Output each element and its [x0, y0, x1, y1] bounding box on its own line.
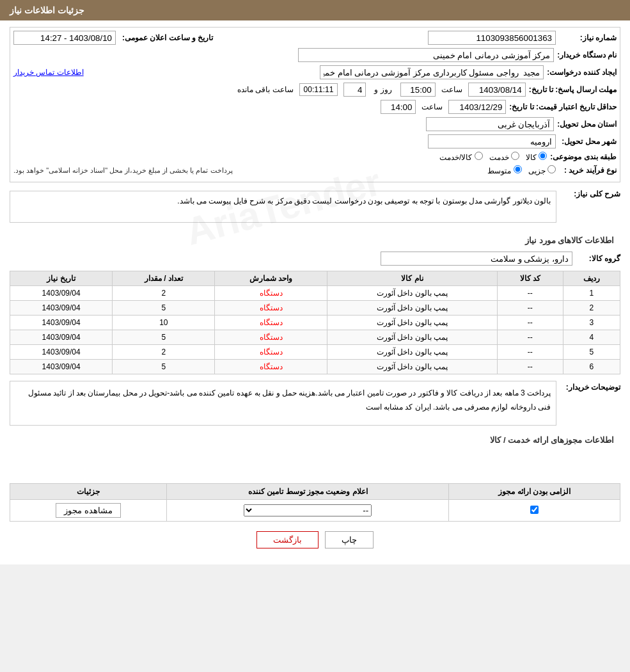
permits-status-select[interactable]: --: [244, 504, 372, 516]
cell-code: --: [498, 301, 563, 316]
need-number-input[interactable]: [428, 31, 556, 45]
page-title: جزئیات اطلاعات نیاز: [10, 5, 84, 15]
permits-table: الزامی بودن ارائه مجوز اعلام وضعیت مجوز …: [10, 483, 620, 522]
cell-row: 3: [563, 316, 620, 330]
cell-unit[interactable]: دستگاه: [215, 286, 327, 301]
col-code: کد کالا: [498, 271, 563, 286]
cell-qty: 2: [113, 286, 215, 301]
type-option-kala-khedmat[interactable]: کالا/خدمت: [439, 152, 483, 162]
creator-link[interactable]: اطلاعات تماس خریدار: [13, 68, 84, 77]
cell-row: 2: [563, 301, 620, 316]
table-row: 1 -- پمپ بالون داخل آئورت دستگاه 2 1403/…: [10, 286, 620, 301]
purchase-radio-group: جزیی متوسط: [487, 165, 556, 175]
row-goods-group: گروه کالا:: [10, 252, 620, 266]
cell-date: 1403/09/04: [10, 360, 113, 374]
col-unit: واحد شمارش: [215, 271, 327, 286]
send-deadline-label: مهلت ارسال پاسخ: تا تاریخ:: [529, 85, 617, 94]
type-label: طبقه بندی موضوعی:: [550, 152, 617, 161]
city-label: شهر محل تحویل:: [559, 137, 617, 146]
buyer-org-label: نام دستگاه خریدار:: [557, 51, 617, 60]
need-description-label: شرح کلی نیاز:: [556, 188, 620, 198]
send-deadline-days-label: روز و: [374, 85, 391, 94]
purchase-option-motavasset[interactable]: متوسط: [487, 165, 521, 175]
purchase-option-jozi[interactable]: جزیی: [528, 165, 556, 175]
page-wrapper: جزئیات اطلاعات نیاز شماره نیاز: تاریخ و …: [0, 0, 630, 564]
send-deadline-date[interactable]: [468, 83, 526, 97]
col-qty: تعداد / مقدار: [113, 271, 215, 286]
send-deadline-remaining: 00:11:11: [299, 83, 338, 96]
row-send-deadline: مهلت ارسال پاسخ: تا تاریخ: ساعت روز و 00…: [13, 83, 617, 97]
table-row: 4 -- پمپ بالون داخل آئورت دستگاه 5 1403/…: [10, 330, 620, 345]
supplier-desc-section: توضیحات خریدار: پرداخت 3 ماهه بعد از دری…: [10, 381, 620, 426]
col-row: ردیف: [563, 271, 620, 286]
permits-col-status: اعلام وضعیت مجوز توسط تامین کننده: [167, 484, 449, 500]
page-header: جزئیات اطلاعات نیاز: [0, 0, 630, 20]
cell-date: 1403/09/04: [10, 345, 113, 360]
view-permit-button[interactable]: مشاهده مجوز: [56, 503, 121, 518]
goods-group-label: گروه کالا:: [576, 254, 620, 263]
cell-unit[interactable]: دستگاه: [215, 360, 327, 374]
print-button[interactable]: چاپ: [325, 531, 374, 548]
row-need-number: شماره نیاز: تاریخ و ساعت اعلان عمومی:: [13, 31, 617, 45]
permits-required-checkbox[interactable]: [530, 506, 539, 514]
row-type: طبقه بندی موضوعی: کالا خدمت کالا/خدمت: [13, 152, 617, 162]
creator-input[interactable]: [320, 65, 544, 79]
city-input[interactable]: [428, 134, 556, 148]
cell-row: 5: [563, 345, 620, 360]
announcement-date-input[interactable]: [13, 31, 116, 45]
send-deadline-days[interactable]: [343, 83, 366, 97]
cell-name: پمپ بالون داخل آئورت: [327, 330, 497, 345]
send-deadline-time-label: ساعت: [441, 85, 462, 94]
cell-date: 1403/09/04: [10, 286, 113, 301]
permits-status-cell: --: [167, 500, 449, 522]
buyer-org-input[interactable]: [298, 48, 554, 62]
price-validity-label: حداقل تاریخ اعتبار قیمت: تا تاریخ:: [509, 102, 617, 111]
row-price-validity: حداقل تاریخ اعتبار قیمت: تا تاریخ: ساعت: [13, 100, 617, 114]
cell-name: پمپ بالون داخل آئورت: [327, 345, 497, 360]
cell-qty: 5: [113, 330, 215, 345]
cell-row: 1: [563, 286, 620, 301]
province-label: استان محل تحویل:: [557, 120, 617, 129]
back-button[interactable]: بازگشت: [256, 531, 319, 548]
cell-unit[interactable]: دستگاه: [215, 301, 327, 316]
permits-row: -- مشاهده مجوز: [10, 500, 620, 522]
price-validity-time-label: ساعت: [421, 102, 443, 111]
col-date: تاریخ نیاز: [10, 271, 113, 286]
province-input[interactable]: [426, 117, 554, 131]
cell-unit[interactable]: دستگاه: [215, 330, 327, 345]
type-option-khedmat[interactable]: خدمت: [489, 152, 519, 162]
cell-code: --: [498, 316, 563, 330]
type-option-kala[interactable]: کالا: [526, 152, 547, 162]
cell-row: 4: [563, 330, 620, 345]
table-row: 6 -- پمپ بالون داخل آئورت دستگاه 5 1403/…: [10, 360, 620, 374]
cell-qty: 2: [113, 345, 215, 360]
price-validity-time[interactable]: [381, 100, 416, 114]
cell-name: پمپ بالون داخل آئورت: [327, 301, 497, 316]
permits-details-cell: مشاهده مجوز: [10, 500, 167, 522]
supplier-desc-text: پرداخت 3 ماهه بعد از دریافت کالا و فاکتو…: [28, 388, 551, 412]
cell-code: --: [498, 330, 563, 345]
goods-table: ردیف کد کالا نام کالا واحد شمارش تعداد /…: [10, 271, 620, 374]
cell-qty: 10: [113, 316, 215, 330]
permits-required-cell: [449, 500, 620, 522]
need-description-box: AriaTender بالون دیلاتور گوارشی مدل بوست…: [10, 191, 556, 223]
row-city: شهر محل تحویل:: [13, 134, 617, 148]
announcement-date-label: تاریخ و ساعت اعلان عمومی:: [122, 33, 213, 42]
price-validity-date[interactable]: [448, 100, 506, 114]
row-province: استان محل تحویل:: [13, 117, 617, 131]
permits-col-details: جزئیات: [10, 484, 167, 500]
supplier-desc-label: توضیحات خریدار:: [556, 381, 620, 392]
main-content: شماره نیاز: تاریخ و ساعت اعلان عمومی: نا…: [0, 20, 630, 564]
cell-unit[interactable]: دستگاه: [215, 345, 327, 360]
permits-header: اطلاعات مجوزهای ارائه خدمت / کالا: [10, 432, 620, 448]
bottom-buttons: چاپ بازگشت: [10, 522, 620, 558]
cell-code: --: [498, 286, 563, 301]
send-deadline-time[interactable]: [400, 83, 436, 97]
cell-qty: 5: [113, 301, 215, 316]
top-info-section: شماره نیاز: تاریخ و ساعت اعلان عمومی: نا…: [10, 27, 620, 182]
send-deadline-remaining-label: ساعت باقی مانده: [237, 85, 294, 94]
goods-group-input[interactable]: [381, 252, 572, 266]
permits-col-required: الزامی بودن ارائه مجوز: [449, 484, 620, 500]
cell-name: پمپ بالون داخل آئورت: [327, 316, 497, 330]
cell-unit[interactable]: دستگاه: [215, 316, 327, 330]
